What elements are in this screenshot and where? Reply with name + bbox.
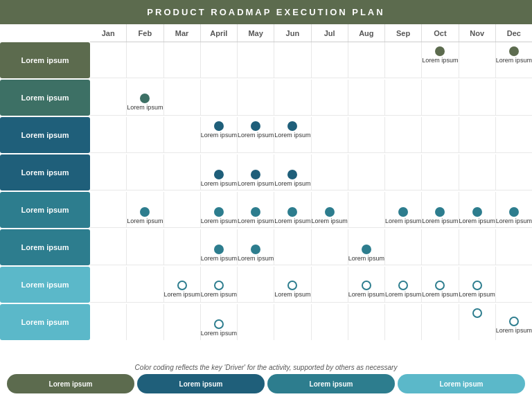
milestone-6-3: Lorem ipsum [348, 281, 384, 298]
footer-note: Color coding reflects the key 'Driver' f… [0, 360, 532, 374]
cell-1-4 [238, 80, 274, 115]
milestone-dot [398, 281, 408, 290]
row-label-6: Lorem ipsum [0, 267, 90, 303]
milestone-7-2: Lorem ipsum [496, 317, 532, 334]
milestone-dot [140, 94, 150, 103]
row-label-7: Lorem ipsum [0, 304, 90, 340]
milestone-dot [362, 281, 371, 290]
cell-2-7 [348, 117, 385, 152]
month-col-may: May [238, 24, 274, 42]
cell-0-10 [459, 42, 496, 78]
milestone-label: Lorem ipsum [238, 180, 274, 187]
month-col-oct: Oct [422, 24, 459, 42]
cell-0-5 [274, 42, 311, 78]
cell-3-3: Lorem ipsum [201, 154, 238, 190]
cell-7-4 [238, 304, 274, 340]
cell-5-11 [496, 229, 532, 265]
chart-row-2: Lorem ipsumLorem ipsumLorem ipsum [90, 117, 532, 153]
cell-1-11 [496, 80, 532, 115]
milestone-2-2: Lorem ipsum [274, 121, 310, 139]
month-col-aug: Aug [348, 24, 385, 42]
cell-4-1: Lorem ipsum [127, 192, 163, 227]
cell-0-7 [348, 42, 385, 78]
milestone-label: Lorem ipsum [422, 218, 458, 224]
milestone-dot [509, 317, 519, 326]
milestone-0-0: Lorem ipsum [422, 46, 458, 64]
cell-1-0 [90, 80, 127, 115]
milestone-dot [140, 207, 150, 217]
cell-5-6 [312, 229, 348, 265]
cell-3-7 [348, 154, 385, 190]
milestone-label: Lorem ipsum [274, 218, 310, 224]
cell-3-5: Lorem ipsum [274, 154, 311, 190]
milestone-dot [472, 308, 482, 318]
milestone-6-4: Lorem ipsum [385, 281, 421, 298]
milestone-6-0: Lorem ipsum [164, 281, 200, 298]
cell-1-9 [422, 80, 459, 115]
row-label-5: Lorem ipsum [0, 229, 90, 265]
cell-1-3 [201, 80, 238, 115]
milestone-label: Lorem ipsum [127, 104, 163, 111]
cell-6-4 [238, 267, 274, 302]
milestone-label: Lorem ipsum [274, 291, 310, 298]
milestone-3-1: Lorem ipsum [238, 170, 274, 187]
month-col-sep: Sep [385, 24, 422, 42]
page-title: PRODUCT ROADMAP EXECUTION PLAN [147, 7, 384, 17]
cell-7-5 [274, 304, 311, 340]
cell-2-8 [385, 117, 422, 152]
cell-5-1 [127, 229, 163, 265]
milestone-6-5: Lorem ipsum [422, 281, 458, 298]
legend: Lorem ipsumLorem ipsumLorem ipsumLorem i… [7, 374, 525, 393]
milestone-4-5: Lorem ipsum [385, 207, 421, 224]
chart-row-3: Lorem ipsumLorem ipsumLorem ipsum [90, 154, 532, 190]
cell-1-5 [274, 80, 311, 115]
milestone-dot [214, 245, 224, 254]
cell-0-1 [127, 42, 163, 78]
milestone-dot [435, 281, 445, 290]
milestone-dot [509, 207, 519, 217]
row-label-1: Lorem ipsum [0, 80, 90, 116]
milestone-4-4: Lorem ipsum [312, 207, 348, 224]
milestone-label: Lorem ipsum [238, 132, 274, 139]
cell-7-8 [385, 304, 422, 340]
legend-item-1: Lorem ipsum [137, 374, 265, 393]
cell-3-9 [422, 154, 459, 190]
cell-7-6 [312, 304, 348, 340]
cell-3-8 [385, 154, 422, 190]
cell-4-2 [164, 192, 201, 227]
milestone-label: Lorem ipsum [312, 218, 348, 224]
cell-6-3: Lorem ipsum [201, 267, 238, 302]
milestone-4-3: Lorem ipsum [274, 207, 310, 224]
milestone-label: Lorem ipsum [201, 132, 237, 139]
cell-2-3: Lorem ipsum [201, 117, 238, 152]
cell-1-10 [459, 80, 496, 115]
milestone-2-1: Lorem ipsum [238, 121, 274, 139]
cell-7-9 [422, 304, 459, 340]
milestone-dot [472, 207, 482, 217]
month-col-mar: Mar [164, 24, 201, 42]
cell-6-11 [496, 267, 532, 302]
legend-item-0: Lorem ipsum [7, 374, 134, 393]
cell-4-3: Lorem ipsum [201, 192, 238, 227]
milestone-1-0: Lorem ipsum [127, 94, 163, 111]
cell-5-3: Lorem ipsum [201, 229, 238, 265]
cell-3-11 [496, 154, 532, 190]
milestone-label: Lorem ipsum [201, 218, 237, 224]
milestone-4-7: Lorem ipsum [459, 207, 495, 224]
month-col-feb: Feb [127, 24, 163, 42]
milestone-label: Lorem ipsum [496, 57, 532, 64]
chart-row-4: Lorem ipsumLorem ipsumLorem ipsumLorem i… [90, 192, 532, 228]
milestone-4-2: Lorem ipsum [238, 207, 274, 224]
cell-6-10: Lorem ipsum [459, 267, 496, 302]
cell-3-6 [312, 154, 348, 190]
month-col-jul: Jul [312, 24, 348, 42]
cell-1-7 [348, 80, 385, 115]
cell-0-0 [90, 42, 127, 78]
cell-4-7 [348, 192, 385, 227]
month-col-jun: Jun [274, 24, 311, 42]
milestone-5-1: Lorem ipsum [238, 245, 274, 262]
cell-0-8 [385, 42, 422, 78]
cell-6-7: Lorem ipsum [348, 267, 385, 302]
cell-4-9: Lorem ipsum [422, 192, 459, 227]
chart-rows: Lorem ipsumLorem ipsumLorem ipsumLorem i… [90, 42, 532, 360]
